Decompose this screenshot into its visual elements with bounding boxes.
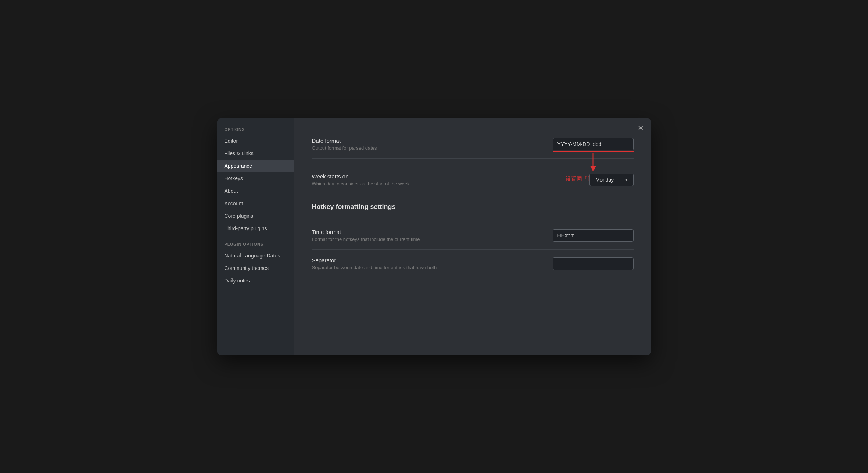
week-starts-desc: Which day to consider as the start of th… [312, 181, 575, 186]
sidebar-item-account[interactable]: Account [217, 197, 294, 210]
week-starts-info: Week starts on Which day to consider as … [312, 173, 575, 186]
sidebar-item-editor[interactable]: Editor [217, 135, 294, 147]
time-format-input[interactable] [553, 229, 634, 242]
date-format-row: Date format Output format for parsed dat… [312, 130, 634, 159]
separator-row: Separator Separator between date and tim… [312, 250, 634, 278]
options-section-label: OPTIONS [217, 127, 294, 135]
separator-control [553, 257, 634, 270]
week-starts-value: Monday [596, 177, 614, 183]
week-starts-title: Week starts on [312, 173, 575, 179]
close-button[interactable]: ✕ [638, 124, 644, 132]
date-format-control: 设置同「间歇式日记」 [553, 138, 634, 150]
time-format-info: Time format Format for the hotkeys that … [312, 229, 538, 242]
sidebar-item-hotkeys[interactable]: Hotkeys [217, 172, 294, 185]
hotkey-section: Hotkey formatting settings [312, 203, 634, 217]
plugin-options-section-label: PLUGIN OPTIONS [217, 242, 294, 249]
date-format-desc: Output format for parsed dates [312, 145, 538, 151]
separator-title: Separator [312, 257, 538, 263]
date-format-info: Date format Output format for parsed dat… [312, 138, 538, 151]
time-format-control [553, 229, 634, 242]
time-format-desc: Format for the hotkeys that include the … [312, 236, 538, 242]
separator-desc: Separator between date and time for entr… [312, 265, 538, 270]
sidebar-spacer [217, 235, 294, 242]
chevron-down-icon: ▾ [625, 178, 627, 182]
separator-input[interactable] [553, 257, 634, 270]
sidebar-item-community-themes[interactable]: Community themes [217, 262, 294, 274]
hotkey-section-heading: Hotkey formatting settings [312, 203, 634, 211]
date-format-title: Date format [312, 138, 538, 144]
sidebar-item-core-plugins[interactable]: Core plugins [217, 210, 294, 222]
week-starts-select[interactable]: Monday ▾ [589, 174, 634, 186]
sidebar: OPTIONS Editor Files & Links Appearance … [217, 118, 294, 355]
sidebar-item-third-party-plugins[interactable]: Third-party plugins [217, 222, 294, 235]
time-format-title: Time format [312, 229, 538, 235]
settings-modal: ✕ OPTIONS Editor Files & Links Appearanc… [217, 118, 651, 355]
section-divider [312, 217, 634, 217]
week-starts-control: Monday ▾ [589, 174, 634, 186]
sidebar-item-about[interactable]: About [217, 185, 294, 197]
week-starts-on-row: Week starts on Which day to consider as … [312, 166, 634, 194]
sidebar-item-files-links[interactable]: Files & Links [217, 147, 294, 160]
separator-info: Separator Separator between date and tim… [312, 257, 538, 270]
sidebar-item-daily-notes[interactable]: Daily notes [217, 274, 294, 287]
main-content: Date format Output format for parsed dat… [294, 118, 651, 355]
sidebar-item-appearance[interactable]: Appearance [217, 160, 294, 172]
modal-body: OPTIONS Editor Files & Links Appearance … [217, 118, 651, 355]
time-format-row: Time format Format for the hotkeys that … [312, 221, 634, 250]
sidebar-item-natural-language-dates[interactable]: Natural Language Dates [217, 249, 294, 262]
date-format-input[interactable] [553, 138, 634, 150]
